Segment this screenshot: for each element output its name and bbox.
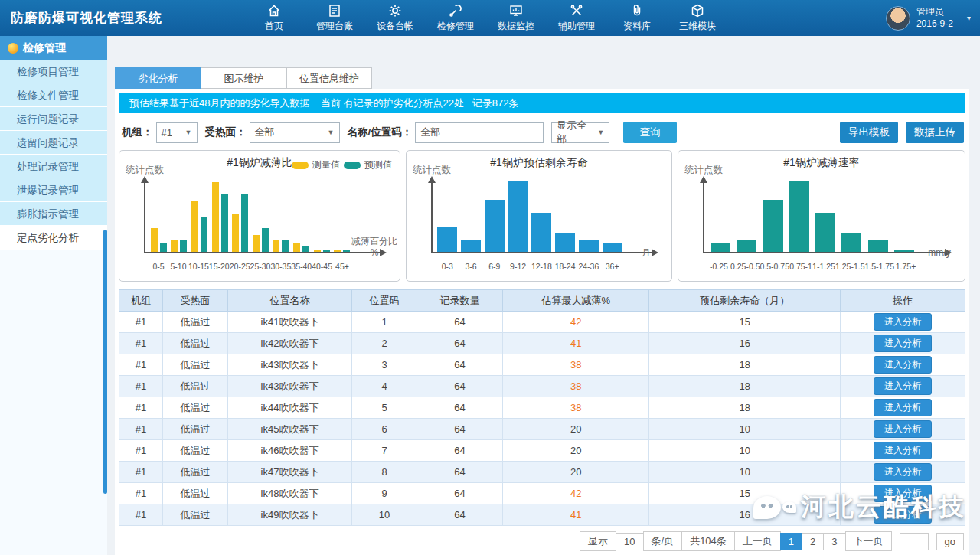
x-axis-unit-line: mm/y	[916, 247, 962, 260]
table-row: #1低温过ik47吹吹器下8642010进入分析	[119, 462, 965, 483]
name-code-input[interactable]	[415, 122, 544, 143]
enter-analysis-button[interactable]: 进入分析	[874, 442, 932, 459]
next-page-button[interactable]: 下一页	[845, 531, 892, 551]
legend-swatch	[292, 162, 309, 169]
chart-panel-1: #1锅炉减薄比测量值预测值统计点数0-55-1010-1515-2020-252…	[119, 150, 400, 282]
page-button-3[interactable]: 3	[823, 533, 845, 550]
tab-diagram[interactable]: 图示维护	[201, 67, 286, 89]
nav-item-equipment[interactable]: 设备台帐	[375, 3, 415, 33]
enter-analysis-button[interactable]: 进入分析	[874, 463, 932, 481]
pagination-show-label: 显示	[580, 531, 616, 551]
user-info[interactable]: 管理员 2016-9-2 ▾	[886, 6, 971, 31]
table-row: #1低温过ik41吹吹器下1644215进入分析	[119, 312, 965, 333]
sidebar-item-project[interactable]: 检修项目管理	[0, 60, 107, 83]
cell-records: 64	[416, 354, 502, 376]
x-axis-unit-label: 减薄百分比%	[351, 236, 397, 260]
cell-name: ik44吹吹器下	[227, 397, 352, 419]
unit-select[interactable]: #1 ▼	[156, 122, 198, 143]
surface-select[interactable]: 全部 ▼	[250, 122, 340, 143]
plot-area	[707, 175, 917, 252]
bar	[151, 228, 158, 252]
search-button[interactable]: 查询	[623, 122, 677, 143]
table-row: #1低温过ik43吹吹器下4643818进入分析	[119, 376, 965, 397]
tab-location[interactable]: 位置信息维护	[286, 67, 372, 89]
cell-name: ik41吹吹器下	[227, 312, 352, 333]
bar-group	[786, 181, 812, 252]
x-tick-label: 30-35	[270, 262, 291, 271]
nav-item-label: 数据监控	[498, 20, 534, 33]
sidebar-item-run-issues[interactable]: 运行问题记录	[0, 107, 107, 131]
bar	[531, 213, 551, 252]
go-button[interactable]: go	[936, 533, 964, 550]
table-row: #1低温过ik49吹吹器下10644116进入分析	[119, 504, 965, 526]
enter-analysis-button[interactable]: 进入分析	[874, 485, 932, 502]
column-header: 预估剩余寿命（月）	[649, 290, 841, 312]
nav-item-maintenance[interactable]: 检修管理	[436, 3, 475, 33]
x-tick-label: 5-10	[168, 262, 188, 271]
sidebar-item-legacy-issues[interactable]: 遗留问题记录	[0, 131, 107, 155]
bar	[262, 228, 269, 252]
nav-item-auxiliary[interactable]: 辅助管理	[557, 3, 596, 33]
cell-code: 10	[352, 504, 417, 526]
sidebar-item-files[interactable]: 检修文件管理	[0, 83, 107, 107]
cell-code: 9	[352, 483, 417, 504]
enter-analysis-button[interactable]: 进入分析	[874, 420, 932, 438]
enter-analysis-button[interactable]: 进入分析	[874, 356, 932, 374]
bar-group	[600, 243, 624, 252]
nav-item-library[interactable]: 资料库	[617, 3, 657, 33]
per-page-unit-label: 条/页	[643, 531, 683, 551]
x-tick-label: 45+	[332, 262, 352, 271]
x-tick-label: 15-20	[209, 262, 230, 271]
home-icon	[266, 3, 282, 18]
sidebar-header-label: 检修管理	[23, 41, 66, 55]
display-select[interactable]: 显示全部 ▼	[551, 122, 609, 143]
nav-item-threed[interactable]: 三维模块	[678, 3, 717, 33]
sidebar-item-leak[interactable]: 泄爆记录管理	[0, 178, 107, 202]
enter-analysis-button[interactable]: 进入分析	[874, 377, 932, 395]
cell-surface: 低温过	[163, 376, 228, 397]
data-upload-button[interactable]: 数据上传	[906, 122, 964, 143]
cell-action: 进入分析	[841, 333, 965, 354]
sidebar-header[interactable]: 检修管理	[0, 36, 107, 60]
bar-group	[733, 240, 760, 252]
cell-name: ik48吹吹器下	[227, 483, 352, 504]
bar-group	[530, 213, 554, 252]
enter-analysis-button[interactable]: 进入分析	[874, 399, 932, 416]
nav-item-monitor[interactable]: 数据监控	[496, 3, 536, 33]
filter-bar: 机组： #1 ▼ 受热面： 全部 ▼ 名称/位置码： 显示全部 ▼ 查询	[120, 122, 964, 143]
x-tick-label: 1.5-1.75	[865, 262, 895, 271]
tab-analysis[interactable]: 劣化分析	[115, 67, 201, 89]
bar-group	[210, 182, 230, 252]
bar	[579, 240, 599, 252]
sidebar: 检修管理 检修项目管理检修文件管理运行问题记录遗留问题记录处理记录管理泄爆记录管…	[0, 36, 107, 555]
page-button-1[interactable]: 1	[780, 533, 802, 550]
bar	[232, 214, 239, 252]
analysis-table: 机组受热面位置名称位置码记录数量估算最大减薄%预估剩余寿命（月）操作 #1低温过…	[119, 289, 965, 526]
goto-page-input[interactable]	[900, 533, 929, 550]
nav-item-label: 辅助管理	[558, 20, 595, 33]
sidebar-item-expansion[interactable]: 膨胀指示管理	[0, 202, 107, 226]
sidebar-item-handle[interactable]: 处理记录管理	[0, 155, 107, 178]
cell-unit: #1	[119, 354, 163, 376]
gear-icon	[387, 3, 403, 18]
nav-item-home[interactable]: 首页	[254, 3, 294, 33]
orange-ball-icon	[8, 43, 18, 54]
export-template-button[interactable]: 导出模板	[840, 122, 898, 143]
prev-page-button[interactable]: 上一页	[734, 531, 781, 551]
cell-name: ik46吹吹器下	[227, 440, 352, 462]
bar	[314, 250, 321, 252]
bar	[293, 243, 300, 252]
main-content: 劣化分析图示维护位置信息维护 预估结果基于近48月内的的劣化导入数据 当前 有记…	[107, 36, 980, 555]
sidebar-item-degradation[interactable]: 定点劣化分析	[0, 226, 107, 250]
x-tick-label: 18-24	[554, 262, 577, 271]
nav-item-ledger[interactable]: 管理台账	[315, 3, 354, 33]
user-meta: 管理员 2016-9-2	[916, 6, 953, 30]
enter-analysis-button[interactable]: 进入分析	[874, 506, 932, 524]
enter-analysis-button[interactable]: 进入分析	[874, 335, 932, 352]
cell-max_thin: 42	[502, 312, 649, 333]
chevron-down-icon[interactable]: ▾	[967, 14, 971, 22]
x-tick-labels: -0.250.25-0.50.5-0.750.75-11-1.251.25-1.…	[707, 262, 917, 271]
enter-analysis-button[interactable]: 进入分析	[874, 313, 932, 331]
page-button-2[interactable]: 2	[802, 533, 824, 550]
x-tick-labels: 0-33-66-99-1212-1818-2424-3636+	[436, 262, 624, 271]
